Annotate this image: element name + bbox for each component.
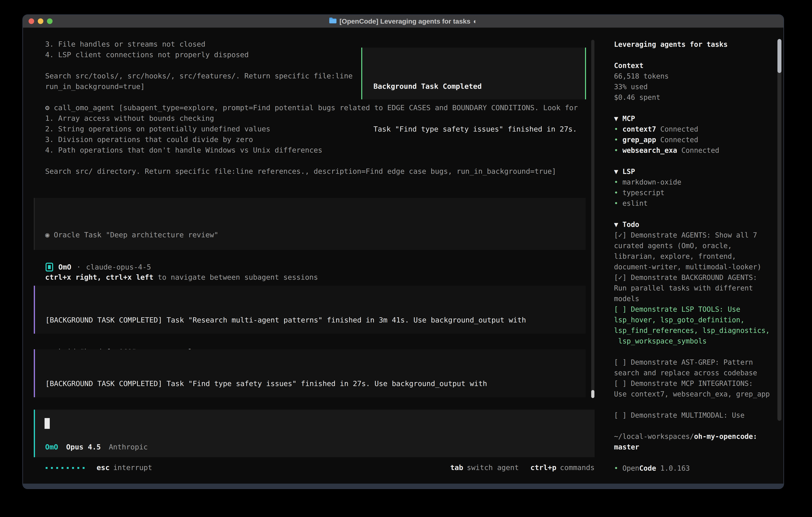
sidebar-line: [✓] Demonstrate BACKGROUND AGENTS:: [614, 272, 770, 283]
sidebar-line: lsp_find_references, lsp_diagnostics,: [614, 325, 770, 336]
hint-keys: ctrl+x right, ctrl+x left: [45, 273, 153, 281]
session-sidebar: Leveraging agents for tasksContext66,518…: [606, 28, 783, 484]
sidebar-line: [ ] Demonstrate MULTIMODAL: Use: [614, 410, 770, 420]
sidebar-line: 66,518 tokens: [614, 71, 770, 82]
sidebar-gap: [614, 453, 770, 463]
agent-model: claude-opus-4-5: [86, 263, 151, 271]
window-title-text: [OpenCode] Leveraging agents for tasks: [340, 18, 470, 25]
ctrlp-key-hint: ctrl+p: [530, 463, 556, 472]
input-meta-row: OmO Opus 4.5 Anthropic: [45, 442, 148, 452]
sidebar-gap: [614, 400, 770, 410]
sidebar-line: [ ] Demonstrate LSP TOOLS: Use: [614, 304, 770, 315]
gear-icon: ⚙: [45, 104, 50, 112]
sidebar-line: search and replace across codebase: [614, 368, 770, 378]
window-bottom-frame: [23, 484, 783, 488]
sidebar-gap: [614, 50, 770, 60]
sidebar-line: • grep_app Connected: [614, 135, 770, 145]
sidebar-line: Context: [614, 60, 770, 71]
esc-key-hint: esc: [97, 463, 110, 472]
tool-call-details: 1. Array access without bounds checking …: [45, 113, 586, 176]
hint-text: to navigate between subagent sessions: [153, 273, 318, 281]
agent-session-header[interactable]: OmO · claude-opus-4-5: [46, 262, 151, 272]
sidebar-line: curated agents (OmO, oracle,: [614, 241, 770, 251]
tab-key-action: switch agent: [467, 463, 519, 472]
sidebar-gap: [614, 156, 770, 166]
sidebar-line: ~/local-workspaces/oh-my-opencode:: [614, 431, 770, 442]
separator-dot: ·: [77, 263, 81, 271]
terminal-scrollbar-thumb[interactable]: [591, 390, 594, 398]
sidebar-line: document-writer, multimodal-looker): [614, 262, 770, 272]
sidebar-scrollbar-thumb[interactable]: [777, 39, 781, 73]
terminal-scrollbar[interactable]: [591, 40, 594, 398]
sidebar-line: • markdown-oxide: [614, 177, 770, 188]
status-bar: ▪▪▪▪▪▪▪▪ esc interrupt tab switch agent …: [45, 462, 594, 473]
window-titlebar[interactable]: [OpenCode] Leveraging agents for tasks ◐: [23, 15, 783, 28]
opencode-window: [OpenCode] Leveraging agents for tasks ◐…: [22, 15, 784, 489]
tab-key-hint: tab: [450, 463, 463, 472]
sidebar-gap: [614, 103, 770, 113]
sidebar-line: [✓] Demonstrate AGENTS: Show all 7: [614, 230, 770, 241]
sidebar-line: • websearch_exa Connected: [614, 145, 770, 156]
sidebar-line: • typescript: [614, 188, 770, 198]
sidebar-line: ▼ LSP: [614, 166, 770, 177]
sidebar-line: lsp_workspace_symbols: [614, 336, 770, 347]
provider-label: Anthropic: [109, 442, 148, 452]
record-icon: ◉: [45, 231, 50, 239]
sidebar-line: Use context7, websearch_exa, grep_app: [614, 389, 770, 400]
active-model-label[interactable]: Opus 4.5: [66, 442, 101, 452]
background-task-message: [BACKGROUND TASK COMPLETED] Task "Resear…: [34, 286, 586, 334]
subagent-nav-hint: ctrl+x right, ctrl+x left to navigate be…: [45, 272, 586, 282]
sidebar-gap: [614, 347, 770, 357]
spinner-dots-icon: ▪▪▪▪▪▪▪▪: [45, 465, 88, 470]
sidebar-lines: Leveraging agents for tasksContext66,518…: [614, 39, 770, 473]
desktop: [OpenCode] Leveraging agents for tasks ◐…: [0, 0, 812, 517]
traffic-lights: [29, 15, 53, 27]
scrollback-text: 3. File handles or streams not closed 4.…: [45, 39, 353, 92]
sidebar-line: • eslint: [614, 198, 770, 209]
sidebar-gap: [614, 209, 770, 219]
terminal-main-area: 3. File handles or streams not closed 4.…: [23, 28, 606, 484]
message-line: [BACKGROUND TASK COMPLETED] Task "Resear…: [46, 315, 586, 325]
sidebar-line: [ ] Demonstrate AST-GREP: Pattern: [614, 357, 770, 368]
sidebar-line: lsp_hover, lsp_goto_definition,: [614, 315, 770, 325]
minimize-window-button[interactable]: [38, 19, 44, 24]
ctrlp-key-action: commands: [560, 463, 594, 472]
sidebar-scrollbar[interactable]: [777, 39, 781, 421]
moon-icon: ◐: [473, 18, 477, 25]
sidebar-line: • OpenCode 1.0.163: [614, 463, 770, 473]
tool-call-line: ⚙ call_omo_agent [subagent_type=explore,…: [45, 102, 586, 113]
sidebar-line: Run parallel tasks with different: [614, 283, 770, 294]
message-line: [BACKGROUND TASK COMPLETED] Task "Find t…: [46, 378, 586, 389]
oracle-task-title: ◉ Oracle Task "Deep architecture review": [45, 229, 586, 240]
tool-call-text: call_omo_agent [subagent_type=explore, p…: [54, 104, 578, 112]
sidebar-gap: [614, 420, 770, 431]
background-task-notification: Background Task Completed Task "Find typ…: [361, 48, 586, 99]
notification-title: Background Task Completed: [373, 81, 585, 91]
oracle-task-box: ◉ Oracle Task "Deep architecture review"…: [34, 198, 586, 250]
sidebar-line: [ ] Demonstrate MCP INTEGRATIONS:: [614, 378, 770, 389]
sidebar-line: $0.46 spent: [614, 92, 770, 103]
window-title: [OpenCode] Leveraging agents for tasks ◐: [329, 17, 477, 25]
background-task-message: [BACKGROUND TASK COMPLETED] Task "Find t…: [34, 349, 586, 397]
sidebar-line: • context7 Connected: [614, 124, 770, 135]
prompt-input[interactable]: OmO Opus 4.5 Anthropic: [34, 410, 594, 457]
text-cursor: [45, 418, 50, 429]
sidebar-line: master: [614, 442, 770, 453]
folder-icon: [329, 17, 337, 25]
sidebar-line: models: [614, 294, 770, 304]
esc-key-action: interrupt: [113, 463, 152, 472]
active-agent-label[interactable]: OmO: [45, 442, 58, 452]
close-window-button[interactable]: [29, 19, 34, 24]
omo-agent-icon: [46, 263, 53, 272]
sidebar-line: ▼ MCP: [614, 113, 770, 124]
sidebar-line: ▼ Todo: [614, 219, 770, 230]
zoom-window-button[interactable]: [47, 19, 53, 24]
agent-name: OmO: [58, 263, 71, 271]
sidebar-line: librarian, explore, frontend,: [614, 251, 770, 262]
sidebar-line: Leveraging agents for tasks: [614, 39, 770, 50]
sidebar-line: 33% used: [614, 82, 770, 92]
